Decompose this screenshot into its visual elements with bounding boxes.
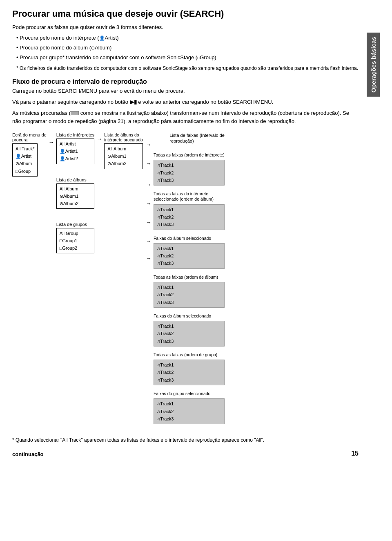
track6-line2: ♫Track2 bbox=[157, 369, 221, 376]
track-section-5: Faixas do álbum seleccionado ♫Track1 ♫Tr… bbox=[154, 313, 225, 347]
track6-line3: ♫Track3 bbox=[157, 376, 221, 384]
track7-line2: ♫Track2 bbox=[157, 408, 221, 415]
section-text1: Carregue no botão SEARCH/MENU para ver o… bbox=[12, 87, 359, 96]
group-list-block: Lista de grupos All Group □Group1 □Group… bbox=[56, 222, 95, 253]
track2-line3: ♫Track3 bbox=[157, 221, 221, 228]
track5-line1: ♫Track1 bbox=[157, 322, 221, 330]
bullet-group: Procura por grupo* transferido do comput… bbox=[16, 54, 359, 62]
track-label-3: Faixas do álbum seleccionado bbox=[154, 236, 225, 241]
album-line-3: ⊙Album2 bbox=[60, 200, 91, 207]
album-line-1: All Album bbox=[60, 185, 91, 192]
arrow-to-track2: → bbox=[145, 160, 153, 167]
artist-box: All Artist 👤Artist1 👤Artist2 bbox=[56, 139, 95, 164]
subalbum-line-1: All Album bbox=[107, 145, 140, 152]
bullet-artist: Procura pelo nome do intérprete (👤Artist… bbox=[16, 34, 359, 42]
bullet-note: * Os ficheiros de áudio transferidos do … bbox=[16, 65, 359, 72]
arrow-1: → bbox=[47, 139, 56, 145]
menu-line-1: All Track* bbox=[16, 145, 34, 152]
artist-line-1: All Artist bbox=[60, 140, 91, 148]
menu-line-2: 👤Artist bbox=[16, 152, 34, 160]
arrow-to-track7: → bbox=[145, 255, 153, 262]
subalbum-box: All Album ⊙Album1 ⊙Album2 bbox=[104, 143, 143, 169]
arrow-to-track1: → bbox=[145, 141, 153, 148]
spacer-group bbox=[95, 208, 143, 249]
menu-line-4: □Group bbox=[16, 168, 34, 175]
track-box-7: ♫Track1 ♫Track2 ♫Track3 bbox=[154, 398, 225, 424]
interval-header-label: Lista de faixas (Intervalo dereprodução) bbox=[169, 132, 225, 144]
track7-line3: ♫Track3 bbox=[157, 415, 221, 423]
artist-line-2: 👤Artist1 bbox=[60, 148, 91, 155]
subalbum-line-3: ⊙Album2 bbox=[107, 160, 140, 167]
track4-line1: ♫Track1 bbox=[157, 284, 221, 291]
subalbum-col: Lista de álbuns dointérprete procurado A… bbox=[104, 132, 143, 169]
arrows-col: → → → → → → bbox=[145, 132, 153, 262]
spacer-album bbox=[95, 169, 143, 208]
menu-screen-label: Ecrã do menu deprocura bbox=[12, 132, 47, 142]
track6-line1: ♫Track1 bbox=[157, 361, 221, 369]
artist-list-label: Lista de intérpretes bbox=[56, 132, 95, 137]
sidebar-label: Operações básicas bbox=[367, 33, 380, 97]
track-section-3: Faixas do álbum seleccionado ♫Track1 ♫Tr… bbox=[154, 236, 225, 269]
artist-to-subalbum: → Lista de álbuns dointérprete procurado… bbox=[95, 132, 143, 169]
intro-text: Pode procurar as faixas que quiser ouvir… bbox=[12, 23, 359, 32]
group-list-label: Lista de grupos bbox=[56, 222, 95, 227]
arrow-wrap-3: → bbox=[145, 181, 153, 188]
track-box-4: ♫Track1 ♫Track2 ♫Track3 bbox=[154, 282, 225, 307]
track2-line2: ♫Track2 bbox=[157, 213, 221, 221]
track1-line1: ♫Track1 bbox=[157, 161, 221, 169]
arrow-to-track5: → bbox=[145, 219, 153, 226]
menu-box: All Track* 👤Artist ⊙Album □Group bbox=[12, 143, 38, 177]
track4-line2: ♫Track2 bbox=[157, 291, 221, 298]
continuacao-label: continuação bbox=[12, 451, 44, 457]
track5-line3: ♫Track3 bbox=[157, 338, 221, 345]
track-label-4: Todas as faixas (ordem de álbum) bbox=[154, 275, 225, 280]
track-box-3: ♫Track1 ♫Track2 ♫Track3 bbox=[154, 243, 225, 268]
arrow-to-track4: → bbox=[145, 200, 153, 207]
subalbum-line-2: ⊙Album1 bbox=[107, 152, 140, 160]
track-label-1: Todas as faixas (ordem de intérprete) bbox=[154, 152, 225, 158]
track1-line3: ♫Track3 bbox=[157, 177, 221, 184]
footer-note: * Quando seleccionar "All Track" aparece… bbox=[12, 436, 359, 444]
page-title: Procurar uma música que deseje ouvir (SE… bbox=[12, 8, 359, 20]
track-label-7: Faixas do grupo seleccionado bbox=[154, 391, 225, 397]
track-section-4: Todas as faixas (ordem de álbum) ♫Track1… bbox=[154, 275, 225, 308]
group-box: All Group □Group1 □Group2 bbox=[56, 228, 95, 253]
album-line-2: ⊙Album1 bbox=[60, 192, 91, 200]
group-line-3: □Group2 bbox=[60, 244, 91, 252]
track2-line1: ♫Track1 bbox=[157, 206, 221, 213]
album-list-block: Lista de álbuns All Album ⊙Album1 ⊙Album… bbox=[56, 177, 95, 209]
album-box: All Album ⊙Album1 ⊙Album2 bbox=[56, 183, 95, 209]
group-line-2: □Group1 bbox=[60, 237, 91, 244]
mid-col: → Lista de álbuns dointérprete procurado… bbox=[95, 132, 143, 248]
track-section-1: Todas as faixas (ordem de intérprete) ♫T… bbox=[154, 152, 225, 186]
track-label-2: Todas as faixas do intérpreteseleccionad… bbox=[154, 191, 225, 202]
arrow-wrap-4: → bbox=[145, 200, 153, 207]
menu-line-3: ⊙Album bbox=[16, 160, 34, 167]
arrow-wrap-7: → bbox=[145, 255, 153, 262]
track-section-6: Todas as faixas (ordem de grupo) ♫Track1… bbox=[154, 352, 225, 385]
track-box-2: ♫Track1 ♫Track2 ♫Track3 bbox=[154, 204, 225, 230]
track3-line3: ♫Track3 bbox=[157, 259, 221, 267]
section-heading: Fluxo de procura e intervalo de reproduç… bbox=[12, 78, 359, 85]
arrow-wrap-1: → bbox=[145, 141, 153, 148]
right-tracks-column: Lista de faixas (Intervalo dereprodução)… bbox=[154, 132, 225, 424]
track7-line1: ♫Track1 bbox=[157, 400, 221, 407]
diagram: Ecrã do menu deprocura All Track* 👤Artis… bbox=[12, 132, 359, 424]
track-label-5: Faixas do álbum seleccionado bbox=[154, 313, 225, 319]
track-section-7: Faixas do grupo seleccionado ♫Track1 ♫Tr… bbox=[154, 391, 225, 424]
group-line-1: All Group bbox=[60, 230, 91, 237]
bullet-album: Procura pelo nome do álbum (⊙Album) bbox=[16, 44, 359, 52]
interval-header-wrap: Lista de faixas (Intervalo dereprodução) bbox=[154, 132, 225, 146]
track4-line3: ♫Track3 bbox=[157, 299, 221, 306]
track1-line2: ♫Track2 bbox=[157, 169, 221, 177]
section-text3: As músicas procuradas ( como se mostra n… bbox=[12, 109, 359, 126]
artist-list-block: Lista de intérpretes All Artist 👤Artist1… bbox=[56, 132, 95, 164]
artist-line-3: 👤Artist2 bbox=[60, 155, 91, 162]
arrow-wrap-5: → bbox=[145, 219, 153, 226]
album-list-label: Lista de álbuns bbox=[56, 177, 95, 182]
arrow-to-track3: → bbox=[145, 181, 153, 188]
track5-line2: ♫Track2 bbox=[157, 330, 221, 337]
lists-column: Lista de intérpretes All Artist 👤Artist1… bbox=[56, 132, 95, 253]
track-label-6: Todas as faixas (ordem de grupo) bbox=[154, 352, 225, 358]
arrow-to-track6: → bbox=[145, 238, 153, 244]
